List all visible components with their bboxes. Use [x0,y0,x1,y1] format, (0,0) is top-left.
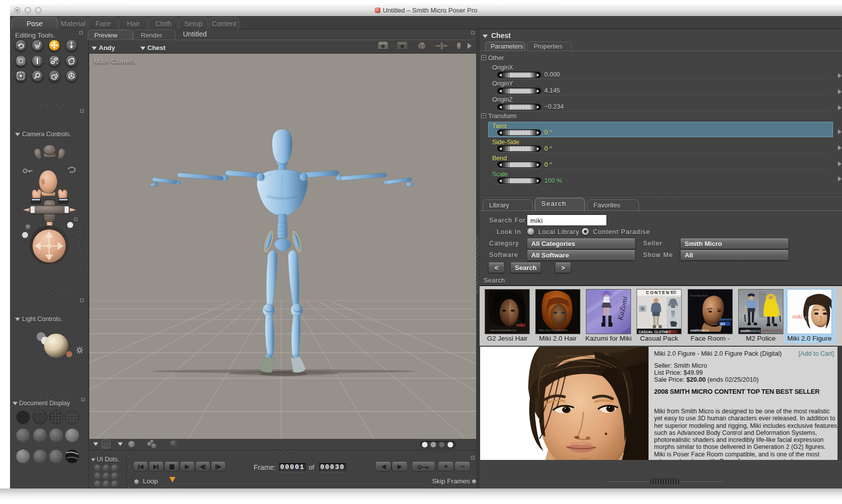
svg-text:miki: miki [792,314,802,320]
svg-text:2.0: 2.0 [802,316,807,319]
svg-text:MIKI: MIKI [668,329,678,334]
svg-text:CASUAL CLOTHES: CASUAL CLOTHES [639,330,671,334]
svg-text:smithmicro: smithmicro [690,329,709,332]
svg-text:Poser Face Room: Poser Face Room [690,295,709,297]
svg-text:smithmicro: smithmicro [740,329,761,333]
svg-text:www.contentparadise.com: www.contentparadise.com [490,329,517,332]
svg-text:James: James [719,317,732,322]
svg-text:miki: miki [516,323,525,328]
svg-text:G2: G2 [720,322,725,326]
svg-text:CONTENT: CONTENT [646,290,674,295]
svg-text:Make Good Things Beautiful: Make Good Things Beautiful [539,329,567,332]
svg-text:content paradise: content paradise [763,329,781,332]
